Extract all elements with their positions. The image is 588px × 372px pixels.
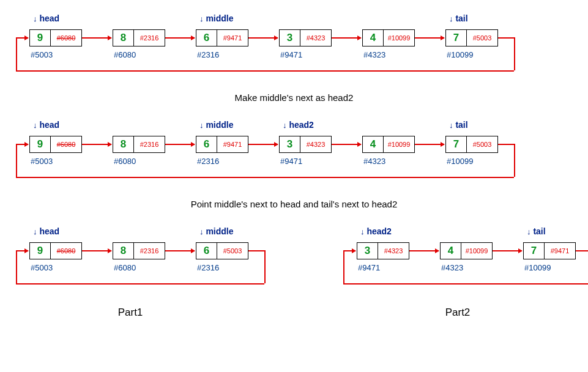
node-address: #5003 — [29, 263, 82, 272]
connector-line — [16, 250, 17, 283]
node-address: #6080 — [113, 263, 165, 272]
list-node: 6#9471 — [196, 136, 248, 153]
part2-node-2: ↓ tail7#9471#10099 — [523, 242, 576, 272]
node-address: #9471 — [357, 263, 409, 272]
node-address: #2316 — [196, 50, 248, 59]
parts-row: ↓ head9#6080#50038#2316#6080↓ middle6#50… — [12, 225, 576, 319]
pointer-label-middle: ↓ middle — [199, 120, 234, 130]
connector-line — [16, 37, 17, 70]
node-next-address: #10099 — [384, 30, 414, 46]
stage1-node-0: ↓ head9#6080#5003 — [29, 29, 82, 59]
node-next-address: #10099 — [384, 136, 414, 152]
pointer-label-tail: ↓ tail — [449, 120, 468, 130]
node-value: 9 — [30, 30, 51, 46]
node-next-address: #5003 — [467, 30, 497, 46]
list-node: 4#10099 — [362, 29, 415, 46]
stage1-node-5: ↓ tail7#5003#10099 — [445, 29, 498, 59]
stage2-node-4: 4#10099#4323 — [362, 136, 415, 166]
node-address: #4323 — [440, 263, 493, 272]
down-arrow-icon: ↓ — [199, 14, 204, 23]
connector-line — [498, 37, 514, 39]
node-address: #2316 — [196, 263, 248, 272]
list-node: 3#4323 — [279, 136, 332, 153]
node-next-address: #4323 — [300, 30, 331, 46]
part2-node-1: 4#10099#4323 — [440, 242, 493, 272]
arrow-icon — [16, 250, 28, 251]
list-node: 9#6080 — [29, 136, 82, 153]
node-next-address: #6080 — [51, 30, 81, 46]
node-next-address: #2316 — [134, 136, 165, 152]
stage2-node-3: ↓ head23#4323#9471 — [279, 136, 332, 166]
stage2-node-0: ↓ head9#6080#5003 — [29, 136, 82, 166]
pointer-label-head2: ↓ head2 — [360, 226, 392, 236]
connector-line — [343, 283, 588, 285]
pointer-label-middle: ↓ middle — [199, 226, 234, 236]
node-address: #10099 — [523, 263, 576, 272]
node-next-address: #4323 — [378, 243, 409, 259]
down-arrow-icon: ↓ — [360, 227, 365, 236]
node-value: 6 — [196, 30, 217, 46]
arrow-icon — [332, 144, 361, 145]
node-next-address: #2316 — [134, 243, 165, 259]
part1-node-2: ↓ middle6#5003#2316 — [196, 242, 248, 272]
connector-line — [16, 283, 264, 285]
arrow-icon — [16, 144, 28, 145]
pointer-label-middle: ↓ middle — [199, 13, 234, 23]
stage1-node-4: 4#10099#4323 — [362, 29, 415, 59]
node-address: #4323 — [362, 50, 415, 59]
arrow-icon — [165, 37, 195, 39]
part2-node-0: ↓ head23#4323#9471 — [357, 242, 409, 272]
list-node: 4#10099 — [362, 136, 415, 153]
down-arrow-icon: ↓ — [527, 227, 531, 236]
node-address: #4323 — [362, 157, 415, 166]
list-node: 9#6080 — [29, 29, 82, 46]
connector-line — [576, 250, 588, 251]
stage1-node-1: 8#2316#6080 — [113, 29, 165, 59]
node-address: #9471 — [279, 50, 332, 59]
list-node: 3#4323 — [279, 29, 332, 46]
node-next-address: #5003 — [467, 136, 497, 152]
connector-line — [248, 250, 264, 251]
stage1-node-2: ↓ middle6#9471#2316 — [196, 29, 248, 59]
node-next-address: #6080 — [51, 136, 81, 152]
stage2-node-1: 8#2316#6080 — [113, 136, 165, 166]
down-arrow-icon: ↓ — [283, 121, 287, 130]
node-address: #10099 — [445, 157, 498, 166]
node-value: 3 — [280, 136, 300, 152]
stage2-node-2: ↓ middle6#9471#2316 — [196, 136, 248, 166]
arrow-icon — [82, 37, 111, 39]
down-arrow-icon: ↓ — [199, 121, 204, 130]
arrow-icon — [248, 37, 278, 39]
connector-line — [343, 250, 344, 283]
node-next-address: #2316 — [134, 30, 165, 46]
node-value: 9 — [30, 243, 51, 259]
down-arrow-icon: ↓ — [199, 227, 204, 236]
arrow-icon — [415, 37, 444, 39]
stage-2: ↓ head9#6080#50038#2316#6080↓ middle6#94… — [12, 119, 576, 188]
node-value: 7 — [446, 30, 467, 46]
list-node: 8#2316 — [113, 242, 165, 259]
connector-line — [16, 70, 514, 72]
pointer-label-head: ↓ head — [33, 120, 59, 130]
node-address: #5003 — [29, 157, 82, 166]
down-arrow-icon: ↓ — [449, 14, 453, 23]
down-arrow-icon: ↓ — [449, 121, 453, 130]
node-next-address: #9471 — [545, 243, 575, 259]
node-address: #9471 — [279, 157, 332, 166]
list-node: 7#9471 — [523, 242, 576, 259]
list-node: 3#4323 — [357, 242, 409, 259]
node-value: 9 — [30, 136, 51, 152]
arrow-icon — [409, 250, 439, 251]
node-value: 3 — [357, 243, 378, 259]
node-next-address: #5003 — [217, 243, 248, 259]
down-arrow-icon: ↓ — [33, 121, 37, 130]
arrow-icon — [415, 144, 444, 145]
pointer-label-tail: ↓ tail — [449, 13, 468, 23]
node-address: #6080 — [113, 50, 165, 59]
connector-line — [16, 177, 514, 178]
part1-stage: ↓ head9#6080#50038#2316#6080↓ middle6#50… — [12, 225, 248, 294]
connector-line — [514, 144, 515, 177]
arrow-icon — [82, 250, 111, 251]
connector-line — [514, 37, 515, 70]
pointer-label-head: ↓ head — [33, 226, 59, 236]
